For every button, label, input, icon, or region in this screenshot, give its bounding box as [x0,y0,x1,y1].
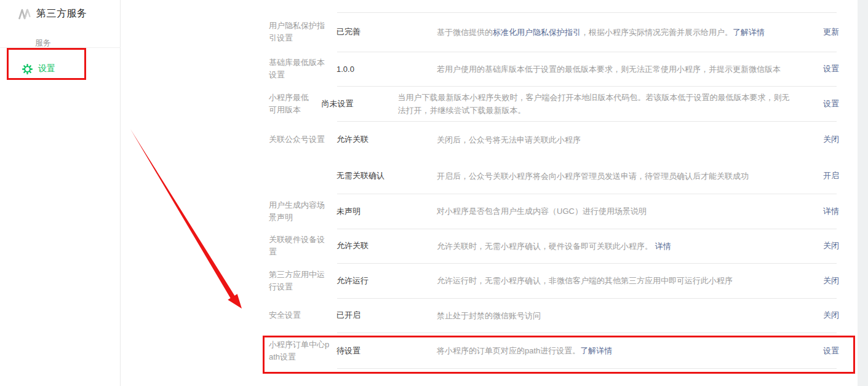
setting-value: 1.0.0 [336,65,437,74]
setting-value: 待设置 [336,345,437,356]
table-row: 基础库最低版本设置 1.0.0 若用户使用的基础库版本低于设置的最低版本要求，则… [269,52,839,86]
third-party-platform-logo-icon [18,9,31,20]
desc-text: 将小程序的订单页对应的path进行设置。 [437,346,580,355]
table-row: 小程序最低可用版本 尚未设置 当用户下载最新版本小程序失败时，客户端会打开本地旧… [269,86,839,121]
setting-description: 关闭后，公众号将无法申请关联此小程序 [437,133,800,146]
table-row: 小程序订单中心path设置 待设置 将小程序的订单页对应的path进行设置。了解… [269,333,839,369]
desc-link[interactable]: 详情 [655,242,671,251]
setting-description: 基于微信提供的标准化用户隐私保护指引，根据小程序实际情况完善并展示给用户。了解详… [437,26,800,39]
setting-label: 用户隐私保护指引设置 [269,20,336,44]
settings-page: 第三方服务 服务 设置 [0,0,868,386]
sidebar: 第三方服务 服务 设置 [0,0,121,386]
setting-description: 禁止处于封禁的微信账号访问 [437,309,800,322]
table-row: 关联硬件设备设置 允许关联 允许关联时，无需小程序确认，硬件设备即可关联此小程序… [269,229,839,263]
desc-text: ，根据小程序实际情况完善并展示给用户。 [581,28,733,37]
setting-value: 未声明 [336,206,437,217]
desc-text: 禁止处于封禁的微信账号访问 [437,311,541,320]
action-link[interactable]: 关闭 [823,310,839,320]
settings-table: 用户隐私保护指引设置 已完善 基于微信提供的标准化用户隐私保护指引，根据小程序实… [269,12,839,369]
setting-value: 无需关联确认 [336,170,437,181]
desc-text: 关闭后，公众号将无法申请关联此小程序 [437,135,581,144]
setting-description: 允许关联时，无需小程序确认，硬件设备即可关联此小程序。 详情 [437,240,800,253]
setting-label: 用户生成内容场景声明 [269,199,336,224]
action-link[interactable]: 关闭 [823,135,839,144]
action-link[interactable]: 设置 [823,64,839,73]
setting-description: 开启后，公众号关联小程序将会向小程序管理员发送申请，待管理员确认后才能关联成功 [437,170,800,183]
desc-link[interactable]: 了解详情 [733,28,765,37]
desc-link[interactable]: 标准化用户隐私保护指引 [493,28,581,37]
sidebar-header: 第三方服务 [0,0,120,20]
setting-description: 若用户使用的基础库版本低于设置的最低版本要求，则无法正常使用小程序，并提示更新微… [437,63,800,76]
setting-description: 允许运行时，无需小程序确认，非微信客户端的其他第三方应用中即可运行此小程序 [437,274,800,287]
action-link[interactable]: 设置 [823,99,839,108]
sidebar-item-label: 设置 [38,63,55,74]
setting-label: 安全设置 [269,309,336,321]
sidebar-item-settings[interactable]: 设置 [0,59,121,79]
setting-description: 当用户下载最新版本小程序失败时，客户端会打开本地旧版本代码包。若该版本低于设置的… [398,91,810,117]
setting-label: 第三方应用中运行设置 [269,269,336,293]
sidebar-divider [0,47,121,48]
desc-text: 允许运行时，无需小程序确认，非微信客户端的其他第三方应用中即可运行此小程序 [437,276,733,285]
desc-text: 当用户下载最新版本小程序失败时，客户端会打开本地旧版本代码包。若该版本低于设置的… [398,93,790,115]
action-link[interactable]: 设置 [823,346,839,355]
table-row: 无需关联确认 开启后，公众号关联小程序将会向小程序管理员发送申请，待管理员确认后… [269,158,839,194]
desc-text: 允许关联时，无需小程序确认，硬件设备即可关联此小程序。 [437,242,655,251]
action-link[interactable]: 关闭 [823,241,839,250]
setting-value: 已开启 [336,310,437,321]
desc-text: 基于微信提供的 [437,28,493,37]
setting-description: 对小程序是否包含用户生成内容（UGC）进行使用场景说明 [437,205,800,218]
setting-description: 将小程序的订单页对应的path进行设置。了解详情 [437,344,800,357]
table-row: 第三方应用中运行设置 允许运行 允许运行时，无需小程序确认，非微信客户端的其他第… [269,263,839,298]
action-link[interactable]: 关闭 [823,276,839,285]
desc-link[interactable]: 了解详情 [580,346,612,355]
table-row: 用户隐私保护指引设置 已完善 基于微信提供的标准化用户隐私保护指引，根据小程序实… [269,12,839,52]
desc-text: 对小程序是否包含用户生成内容（UGC）进行使用场景说明 [437,207,647,216]
desc-text: 开启后，公众号关联小程序将会向小程序管理员发送申请，待管理员确认后才能关联成功 [437,171,749,181]
setting-value: 允许关联 [336,240,437,251]
desc-text: 若用户使用的基础库版本低于设置的最低版本要求，则无法正常使用小程序，并提示更新微… [437,65,781,74]
setting-label: 关联硬件设备设置 [269,234,336,258]
setting-value: 已完善 [336,26,437,37]
setting-value: 尚未设置 [322,98,398,109]
setting-label: 小程序订单中心path设置 [269,339,336,363]
action-link[interactable]: 更新 [823,27,839,36]
table-row: 用户生成内容场景声明 未声明 对小程序是否包含用户生成内容（UGC）进行使用场景… [269,194,839,229]
setting-label: 关联公众号设置 [269,133,336,146]
sidebar-section-label: 服务 [0,20,120,49]
setting-value: 允许运行 [336,275,437,286]
action-link[interactable]: 开启 [823,171,839,180]
setting-label: 小程序最低可用版本 [269,92,322,116]
table-row: 关联公众号设置 允许关联 关闭后，公众号将无法申请关联此小程序 关闭 [269,121,839,158]
setting-label: 基础库最低版本设置 [269,57,336,81]
sidebar-title: 第三方服务 [36,7,87,20]
gear-icon [22,64,33,74]
table-row: 安全设置 已开启 禁止处于封禁的微信账号访问 关闭 [269,298,839,333]
action-link[interactable]: 详情 [823,207,839,216]
scrollbar-track[interactable] [858,0,868,386]
setting-value: 允许关联 [336,134,437,145]
